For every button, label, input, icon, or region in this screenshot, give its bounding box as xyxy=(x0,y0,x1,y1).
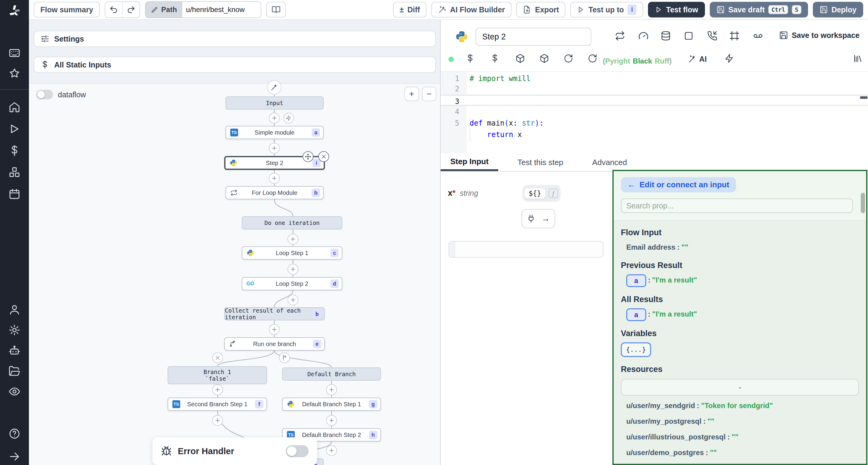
early-stop-phone-icon[interactable] xyxy=(707,31,719,43)
prop-row[interactable]: a:"I'm a result" xyxy=(626,274,859,287)
insert-step-button[interactable] xyxy=(269,324,280,335)
insert-step-button[interactable] xyxy=(287,264,299,275)
node-run-one-branch[interactable]: Run one branch e xyxy=(224,337,325,351)
help-icon[interactable] xyxy=(8,428,21,440)
template-mode-button[interactable]: ${} xyxy=(524,188,546,199)
package-icon[interactable] xyxy=(516,54,526,64)
redo-button[interactable] xyxy=(122,2,140,18)
settings-gear-icon[interactable] xyxy=(8,324,21,336)
assistant-black[interactable]: Black xyxy=(633,57,652,65)
node-loop-step-1[interactable]: Loop Step 1 c xyxy=(242,246,342,260)
sleep-voicemail-icon[interactable] xyxy=(753,31,765,43)
reload-icon[interactable] xyxy=(588,54,598,64)
export-button[interactable]: Export xyxy=(516,2,565,18)
docs-button[interactable] xyxy=(266,2,286,18)
plug-icon[interactable] xyxy=(527,214,535,223)
delete-node-button[interactable] xyxy=(318,151,329,162)
insert-step-button[interactable] xyxy=(287,234,299,244)
move-node-button[interactable] xyxy=(303,151,313,162)
tab-test-this-step[interactable]: Test this step xyxy=(508,154,573,171)
apps-icon[interactable] xyxy=(8,47,21,59)
tab-advanced[interactable]: Advanced xyxy=(583,154,637,171)
assistant-ruff[interactable]: Ruff xyxy=(655,57,670,65)
env-dollar-icon[interactable] xyxy=(490,54,501,64)
insert-step-button[interactable] xyxy=(269,173,280,184)
resource-row[interactable]: u/user/my_sendgrid:"Token for sendgrid" xyxy=(626,400,859,411)
trigger-button[interactable] xyxy=(283,113,294,124)
node-do-one-iteration[interactable]: Do one iteration xyxy=(242,216,342,230)
add-branch-button[interactable] xyxy=(279,352,290,363)
insert-step-button[interactable] xyxy=(269,113,280,124)
arrow-right-icon[interactable]: → xyxy=(541,214,550,224)
prop-row[interactable]: a:"I'm a result" xyxy=(626,308,859,321)
collapse-arrow-icon[interactable] xyxy=(8,451,21,463)
save-to-workspace-button[interactable]: Save to workspace xyxy=(779,31,860,40)
gauge-icon[interactable] xyxy=(638,31,650,43)
remove-branch-button[interactable] xyxy=(212,352,223,363)
save-draft-button[interactable]: Save draft Ctrl S xyxy=(710,2,808,18)
resource-row[interactable]: u/ruben-user/u/ruben-user/my_flow_2/g/al… xyxy=(626,463,859,465)
favorites-star-icon[interactable] xyxy=(8,67,21,79)
node-collect-result[interactable]: Collect result of each iteration b xyxy=(224,307,325,321)
deploy-button[interactable]: Deploy xyxy=(813,2,863,18)
error-handler-toggle[interactable] xyxy=(286,445,309,457)
library-icon[interactable] xyxy=(853,54,864,64)
insert-step-button[interactable] xyxy=(212,384,223,395)
reload-icon[interactable] xyxy=(564,54,575,64)
node-simple-module[interactable]: TS Simple module a xyxy=(225,126,324,139)
ai-flow-builder-button[interactable]: AI Flow Builder xyxy=(431,2,512,18)
variables-object-badge[interactable]: {...} xyxy=(621,342,651,357)
result-id-badge[interactable]: a xyxy=(626,308,646,321)
step-name-input[interactable] xyxy=(475,28,591,46)
users-icon[interactable] xyxy=(8,304,21,315)
undo-button[interactable] xyxy=(105,2,122,18)
assistant-pyright[interactable]: Pyright xyxy=(605,57,630,65)
variables-icon[interactable] xyxy=(8,144,21,157)
prop-search-input[interactable] xyxy=(621,198,853,213)
scrollbar-thumb[interactable] xyxy=(861,193,865,213)
insert-step-button[interactable] xyxy=(212,415,223,426)
flow-summary-button[interactable]: Flow summary xyxy=(34,2,100,18)
edit-or-connect-back-button[interactable]: ← Edit or connect an input xyxy=(621,177,736,193)
code-editor[interactable]: 1# import wmill 2 3 4 def main(x: str): … xyxy=(441,71,868,154)
resources-icon[interactable] xyxy=(8,166,21,178)
package-icon[interactable] xyxy=(539,54,550,64)
suspend-frame-icon[interactable] xyxy=(730,31,741,43)
insert-step-button[interactable] xyxy=(326,415,337,426)
path-input[interactable] xyxy=(182,2,261,18)
folders-icon[interactable] xyxy=(8,365,21,377)
node-input[interactable]: Input xyxy=(225,96,324,110)
argument-value-input[interactable] xyxy=(448,241,603,258)
lightning-icon[interactable] xyxy=(724,54,735,64)
javascript-mode-button[interactable]: f xyxy=(547,187,559,199)
prop-row[interactable]: {...} xyxy=(621,342,859,357)
path-button[interactable]: Path xyxy=(146,2,182,18)
resource-row[interactable]: u/user/demo_postgres:"" xyxy=(626,447,859,458)
ai-assistant-button[interactable]: AI xyxy=(688,54,707,64)
resource-row[interactable]: u/user/my_postgresql:"" xyxy=(626,416,859,427)
retry-icon[interactable] xyxy=(615,31,627,43)
insert-step-button[interactable] xyxy=(326,445,337,456)
node-for-loop[interactable]: For Loop Module b xyxy=(225,186,324,199)
test-up-to-button[interactable]: Test up to i xyxy=(570,2,643,18)
node-loop-step-2[interactable]: GO Loop Step 2 d xyxy=(242,277,342,290)
ai-suggest-node-button[interactable] xyxy=(267,80,281,95)
insert-step-button[interactable] xyxy=(269,143,280,154)
tab-step-input[interactable]: Step Input xyxy=(441,154,498,171)
test-flow-button[interactable]: Test flow xyxy=(648,2,705,18)
insert-step-button[interactable] xyxy=(287,295,299,305)
node-default-branch[interactable]: Default Branch xyxy=(282,367,381,381)
node-second-branch-step-1[interactable]: TS Second Branch Step 1 f xyxy=(167,398,267,411)
workers-bot-icon[interactable] xyxy=(8,344,21,357)
result-id-badge[interactable]: a xyxy=(626,274,646,287)
prop-row[interactable]: Email address:"" xyxy=(626,241,859,253)
runs-icon[interactable] xyxy=(8,123,21,135)
audit-eye-icon[interactable] xyxy=(8,386,21,398)
node-default-branch-step-1[interactable]: Default Branch Step 1 g xyxy=(282,398,381,411)
resource-row[interactable]: u/user/illustrious_postgresql:"" xyxy=(626,431,859,443)
static-inputs-dollar-icon[interactable] xyxy=(465,54,476,64)
node-branch-1[interactable]: Branch 1 `false` xyxy=(167,366,267,384)
insert-step-button[interactable] xyxy=(326,384,337,395)
resource-picker[interactable]: - xyxy=(621,379,859,396)
schedules-icon[interactable] xyxy=(8,188,21,200)
